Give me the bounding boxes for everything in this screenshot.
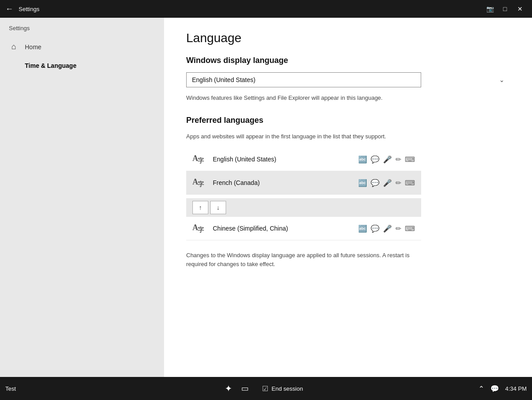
svg-text:字: 字	[198, 157, 204, 164]
language-dropdown-wrapper: English (United States) French (Canada) …	[186, 72, 510, 87]
language-dropdown[interactable]: English (United States) French (Canada) …	[186, 72, 421, 87]
handwriting-feature-icon-fr: ✏	[395, 179, 401, 187]
keyboard-feature-icon: ⌨	[405, 155, 415, 164]
language-name-chinese: Chinese (Simplified, China)	[213, 225, 358, 232]
task-view-icon: ▭	[241, 384, 249, 393]
sidebar-item-time-language-label: Time & Language	[25, 62, 76, 69]
pin-button[interactable]: 📷	[483, 2, 497, 16]
language-features-english: 🔤 💬 🎤 ✏ ⌨	[358, 155, 415, 164]
mic-feature-icon: 🎤	[383, 155, 392, 164]
end-session-label: End session	[272, 385, 303, 392]
font-feature-icon-zh: 🔤	[358, 224, 367, 233]
end-session-button[interactable]: ☑ End session	[258, 383, 308, 395]
title-bar-controls: 📷 □ ✕	[483, 2, 527, 16]
preferred-languages-section: Preferred languages Apps and websites wi…	[186, 116, 510, 269]
sidebar-item-home[interactable]: ⌂ Home	[0, 37, 164, 57]
sidebar-item-time-language[interactable]: Time & Language	[0, 57, 164, 75]
language-item-english[interactable]: A 字 English (United States) 🔤 💬 🎤 ✏ ⌨	[186, 148, 421, 171]
chevron-up-button[interactable]: ⌃	[478, 384, 484, 393]
language-item-french[interactable]: A 字 French (Canada) 🔤 💬 🎤 ✏ ⌨	[186, 171, 421, 195]
taskbar-center: ✦ ▭ ☑ End session	[225, 383, 308, 395]
language-name-english: English (United States)	[213, 156, 358, 163]
taskbar-left: Test	[5, 385, 225, 392]
display-language-note: Windows features like Settings and File …	[186, 94, 421, 102]
language-icon-chinese: A 字	[192, 221, 207, 235]
move-down-button[interactable]: ↓	[210, 201, 226, 214]
language-icon-english: A 字	[192, 152, 207, 166]
font-feature-icon: 🔤	[358, 155, 367, 164]
svg-text:字: 字	[198, 226, 204, 233]
move-up-button[interactable]: ↑	[192, 201, 208, 214]
title-bar: ← Settings 📷 □ ✕	[0, 0, 532, 18]
notification-button[interactable]: 💬	[490, 384, 499, 393]
language-icon-french: A 字	[192, 176, 207, 190]
taskbar: Test ✦ ▭ ☑ End session ⌃ 💬 4:34 PM	[0, 377, 532, 400]
sidebar-item-home-label: Home	[25, 43, 41, 51]
preferred-languages-title: Preferred languages	[186, 116, 510, 125]
speech-feature-icon-zh: 💬	[371, 224, 379, 233]
end-session-icon: ☑	[262, 384, 268, 393]
taskbar-right: ⌃ 💬 4:34 PM	[307, 384, 527, 393]
taskbar-time: 4:34 PM	[505, 385, 527, 392]
dropdown-arrow-icon: ⌄	[499, 76, 505, 83]
notification-icon: 💬	[490, 385, 499, 392]
move-buttons-container: ↑ ↓	[186, 198, 421, 217]
keyboard-feature-icon-fr: ⌨	[405, 179, 415, 187]
language-features-french: 🔤 💬 🎤 ✏ ⌨	[358, 179, 415, 187]
home-icon: ⌂	[9, 42, 19, 51]
task-view-button[interactable]: ▭	[241, 384, 249, 393]
display-language-section: Windows display language English (United…	[186, 56, 510, 102]
sidebar-header: Settings	[0, 18, 164, 37]
sidebar: Settings ⌂ Home Time & Language	[0, 18, 164, 377]
handwriting-feature-icon: ✏	[395, 155, 401, 164]
language-list: A 字 English (United States) 🔤 💬 🎤 ✏ ⌨	[186, 148, 421, 240]
font-feature-icon-fr: 🔤	[358, 179, 367, 187]
content-area: Language Windows display language Englis…	[164, 18, 532, 377]
main-area: Settings ⌂ Home Time & Language Language…	[0, 18, 532, 377]
taskbar-app-name: Test	[5, 385, 16, 392]
maximize-button[interactable]: □	[498, 2, 512, 16]
mic-feature-icon-fr: 🎤	[383, 179, 392, 187]
changes-note: Changes to the Windows display language …	[186, 251, 421, 268]
start-icon: ✦	[225, 383, 232, 394]
language-features-chinese: 🔤 💬 🎤 ✏ ⌨	[358, 224, 415, 233]
back-button[interactable]: ←	[5, 4, 13, 14]
handwriting-feature-icon-zh: ✏	[395, 224, 401, 233]
page-title: Language	[186, 31, 510, 45]
chevron-up-icon: ⌃	[478, 385, 484, 392]
speech-feature-icon: 💬	[371, 155, 379, 164]
title-bar-title: Settings	[19, 6, 483, 12]
start-button[interactable]: ✦	[225, 383, 232, 394]
display-language-title: Windows display language	[186, 56, 510, 65]
language-item-chinese[interactable]: A 字 Chinese (Simplified, China) 🔤 💬 🎤 ✏ …	[186, 217, 421, 240]
sidebar-nav: ⌂ Home Time & Language	[0, 37, 164, 75]
svg-text:字: 字	[198, 180, 204, 188]
speech-feature-icon-fr: 💬	[371, 179, 379, 187]
mic-feature-icon-zh: 🎤	[383, 224, 392, 233]
keyboard-feature-icon-zh: ⌨	[405, 224, 415, 233]
preferred-languages-description: Apps and websites will appear in the fir…	[186, 132, 421, 141]
close-button[interactable]: ✕	[513, 2, 527, 16]
language-name-french: French (Canada)	[213, 179, 358, 186]
